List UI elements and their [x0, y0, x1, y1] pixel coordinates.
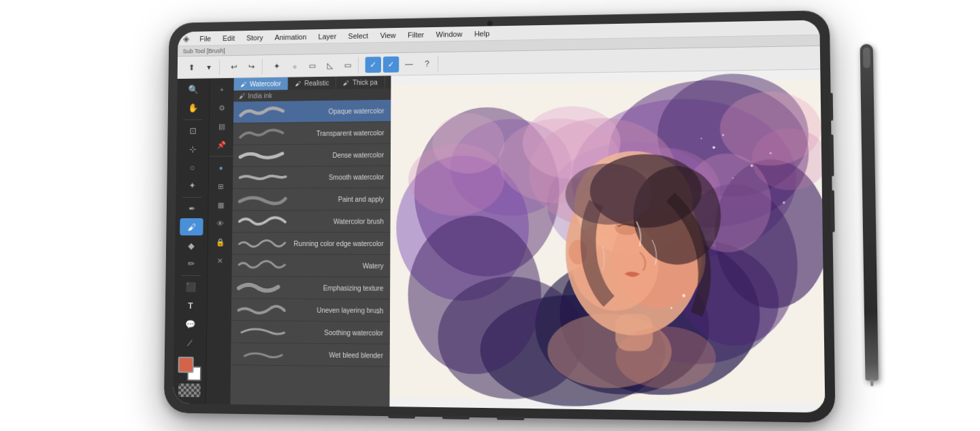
color-checker[interactable]	[178, 383, 201, 397]
brush-emphasizing[interactable]: Emphasizing texture	[231, 277, 390, 300]
brush-smooth-watercolor[interactable]: Smooth watercolor	[233, 166, 391, 189]
brush-preview-wet	[235, 345, 287, 364]
confirm-button[interactable]: ✓	[365, 56, 381, 73]
opt-grid[interactable]: ⊞	[211, 177, 231, 194]
brush-name-8: Emphasizing texture	[288, 284, 386, 292]
brush-name-4: Paint and apply	[289, 195, 387, 203]
scene: ◈ File Edit Story Animation Layer Select…	[0, 0, 980, 431]
crop-button[interactable]: ▭	[304, 57, 320, 73]
brush-name-5: Watercolor brush	[289, 218, 387, 225]
brush-watery[interactable]: Watery	[231, 255, 390, 277]
menu-view[interactable]: View	[379, 30, 397, 39]
opt-delete[interactable]: ✕	[210, 252, 230, 270]
toolbar-group-transform: ✦ ⬦ ▭ ◺ ▭	[266, 56, 359, 73]
toolbar-group-check: ✓ ✓ — ?	[363, 56, 438, 73]
brush-watercolor-brush[interactable]: Watercolor brush	[232, 210, 390, 232]
opt-add[interactable]: +	[212, 81, 232, 98]
redo-button[interactable]: ↪	[244, 58, 259, 75]
menu-window[interactable]: Window	[435, 29, 463, 39]
tool-pencil[interactable]: ✏	[179, 256, 202, 273]
tool-transform[interactable]: ⊹	[181, 141, 204, 158]
menu-select[interactable]: Select	[347, 31, 370, 40]
brush-preview-transparent	[237, 125, 289, 143]
tool-speech[interactable]: 💬	[178, 315, 202, 333]
menu-layer[interactable]: Layer	[317, 31, 338, 41]
opt-settings[interactable]: ⚙	[212, 99, 231, 116]
opt-layers[interactable]: ▤	[212, 118, 231, 135]
brush-opaque-watercolor[interactable]: Opaque watercolor	[233, 100, 391, 124]
tool-hand[interactable]: ✋	[181, 99, 204, 116]
tool-line[interactable]: ∕	[178, 334, 202, 351]
volume-up-button[interactable]	[830, 135, 834, 176]
tab-thick[interactable]: 🖌 Thick pa	[336, 76, 385, 90]
menu-help[interactable]: Help	[473, 29, 491, 38]
menu-edit[interactable]: Edit	[221, 33, 236, 43]
brush-dense-watercolor[interactable]: Dense watercolor	[233, 144, 391, 167]
brush-running-edge[interactable]: Running color edge watercolor	[232, 232, 391, 255]
fill-button[interactable]: ⬦	[287, 58, 302, 74]
svg-point-30	[566, 163, 652, 224]
menu-filter[interactable]: Filter	[406, 30, 425, 39]
brush-transparent-watercolor[interactable]: Transparent watercolor	[233, 122, 391, 145]
tab-realistic[interactable]: 🖌 Realistic	[288, 77, 336, 90]
tool-select-rect[interactable]: ⊡	[181, 122, 204, 139]
brush-name-9: Uneven layering brush	[288, 306, 386, 314]
connector-port	[388, 415, 415, 419]
minus-button[interactable]: —	[401, 56, 417, 72]
tool-text[interactable]: T	[179, 297, 203, 315]
warp-button[interactable]: ◺	[322, 57, 338, 73]
brush-preview-emph	[235, 279, 288, 296]
save-button[interactable]: ⬆	[184, 59, 199, 75]
toolbar-group-undoredo: ↩ ↪	[224, 58, 263, 75]
power-button[interactable]	[829, 93, 833, 121]
tool-fill[interactable]: ◆	[180, 237, 203, 254]
tool-brush[interactable]: 🖌	[180, 218, 203, 235]
help-button[interactable]: ?	[419, 56, 436, 72]
artwork-canvas	[389, 69, 825, 413]
tab-watercolor[interactable]: 🖌 Watercolor	[234, 77, 289, 91]
confirm2-button[interactable]: ✓	[383, 56, 399, 72]
brush-name-7: Watery	[288, 262, 386, 269]
undo-button[interactable]: ↩	[226, 58, 242, 75]
brush-soothing[interactable]: Soothing watercolor	[231, 321, 390, 345]
dropdown-button[interactable]: ▾	[201, 59, 217, 75]
brush-uneven[interactable]: Uneven layering brush	[231, 299, 390, 322]
brush-preview-soothing	[235, 323, 287, 341]
opt-lock[interactable]: 🔒	[210, 233, 230, 250]
brush-name-1: Transparent watercolor	[289, 129, 387, 137]
transform-button[interactable]: ✦	[269, 58, 284, 74]
tool-shape[interactable]: ⬛	[179, 279, 203, 296]
brush-paint-apply[interactable]: Paint and apply	[233, 188, 391, 211]
tool-wand[interactable]: ✦	[180, 177, 203, 194]
tool-pen[interactable]: ✒	[180, 200, 203, 217]
brush-preview-smooth	[237, 169, 289, 186]
tool-ellipse[interactable]: ○	[180, 159, 203, 176]
toolbar-group-nav: ⬆ ▾	[181, 59, 220, 75]
fg-color-swatch[interactable]	[178, 357, 194, 373]
volume-down-button[interactable]	[830, 190, 834, 232]
toolbox: 🔍 ✋ ⊡ ⊹ ○ ✦ ✒ 🖌 ◆ ✏ ⬛ T	[173, 78, 210, 404]
tab-thick-label: Thick pa	[353, 79, 378, 86]
brush-name-2: Dense watercolor	[289, 151, 387, 159]
opt-pin[interactable]: 📌	[212, 136, 231, 153]
brush-name-11: Wet bleed blender	[287, 351, 386, 359]
stylus-highlight	[863, 48, 870, 69]
opt-active1[interactable]: ●	[211, 159, 231, 176]
opt-eye[interactable]: 👁	[210, 215, 230, 232]
brush-name-0: Opaque watercolor	[289, 107, 387, 115]
brush-preview-dense	[237, 147, 289, 165]
speaker-grill	[442, 415, 470, 419]
rect-button[interactable]: ▭	[340, 56, 355, 73]
brush-name-10: Soothing watercolor	[287, 328, 386, 337]
menu-animation[interactable]: Animation	[274, 32, 308, 41]
menu-story[interactable]: Story	[245, 33, 264, 42]
opt-layers2[interactable]: ▦	[211, 196, 231, 213]
brush-preview-paint	[236, 190, 289, 208]
subtool-label: Sub Tool [Brush]	[183, 47, 225, 54]
content-area: 🔍 ✋ ⊡ ⊹ ○ ✦ ✒ 🖌 ◆ ✏ ⬛ T	[173, 69, 825, 413]
tool-divider-1	[183, 119, 202, 120]
menu-file[interactable]: File	[198, 33, 212, 43]
app-ui: ◈ File Edit Story Animation Layer Select…	[173, 20, 825, 413]
brush-wet-bleed[interactable]: Wet bleed blender	[231, 343, 390, 367]
tool-zoom[interactable]: 🔍	[182, 81, 205, 98]
